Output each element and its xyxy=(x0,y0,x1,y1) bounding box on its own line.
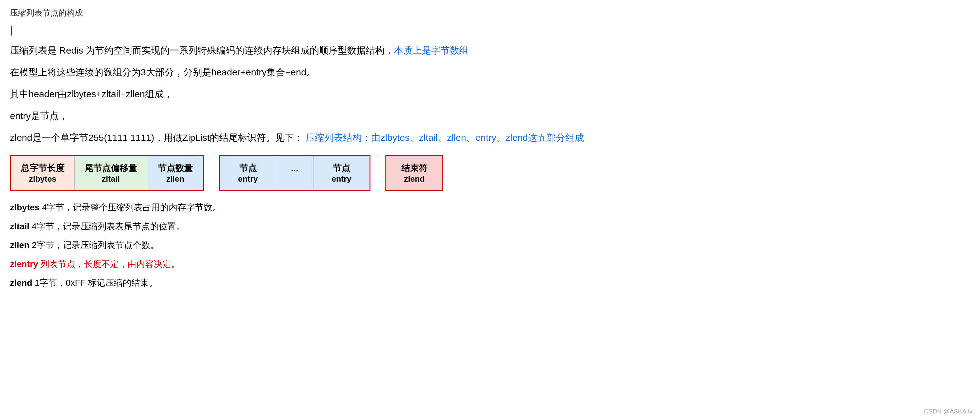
cell-entry1-zh: 节点 xyxy=(239,162,257,174)
desc-zltail-text: 4字节，记录压缩列表表尾节点的位置。 xyxy=(32,222,185,231)
cell-dots-zh: ... xyxy=(291,163,298,173)
cell-zlend: 结束符 zlend xyxy=(387,156,442,190)
cell-zltail-en: zltail xyxy=(102,174,120,184)
diagram-group-1: 总字节长度 zlbytes 尾节点偏移量 zltail 节点数量 zllen xyxy=(10,155,204,191)
desc-zlbytes-text: 4字节，记录整个压缩列表占用的内存字节数。 xyxy=(42,203,221,212)
diagram-gap-2 xyxy=(371,155,385,191)
cell-zllen-zh: 节点数量 xyxy=(158,162,193,174)
diagram-container: 总字节长度 zlbytes 尾节点偏移量 zltail 节点数量 zllen 节… xyxy=(10,155,970,191)
desc-zllen: zllen 2字节，记录压缩列表节点个数。 xyxy=(10,238,970,253)
cell-zltail: 尾节点偏移量 zltail xyxy=(75,156,147,190)
cell-entry1-en: entry xyxy=(238,174,258,184)
cell-entry-2: 节点 entry xyxy=(313,156,369,190)
desc-zlend-bold: zlend xyxy=(10,278,32,287)
desc-zltail-bold: zltail xyxy=(10,222,29,231)
p5-text: zlend是一个单字节255(1111 1111)，用做ZipList的结尾标识… xyxy=(10,133,303,143)
cell-entry-dots: ... xyxy=(276,156,313,190)
diagram-group-3: 结束符 zlend xyxy=(385,155,443,191)
diagram-group-2: 节点 entry ... 节点 entry xyxy=(219,155,371,191)
desc-zlentry: zlentry 列表节点，长度不定，由内容决定。 xyxy=(10,256,970,272)
desc-zlentry-text: 列表节点，长度不定，由内容决定。 xyxy=(40,259,180,269)
page-title: 压缩列表节点的构成 xyxy=(10,8,970,18)
cell-entry2-zh: 节点 xyxy=(333,162,350,174)
p1-text: 压缩列表是 Redis 为节约空间而实现的一系列特殊编码的连续内存块组成的顺序型… xyxy=(10,45,394,56)
cell-entry2-en: entry xyxy=(331,174,352,184)
p1-link[interactable]: 本质上是字节数组 xyxy=(394,45,469,56)
cell-zllen-en: zllen xyxy=(166,174,184,184)
cell-zlbytes-en: zlbytes xyxy=(29,174,56,184)
desc-zlend-text: 1字节，0xFF 标记压缩的结束。 xyxy=(35,278,158,287)
desc-zlbytes: zlbytes 4字节，记录整个压缩列表占用的内存字节数。 xyxy=(10,200,970,215)
paragraph-2: 在模型上将这些连续的数组分为3大部分，分别是header+entry集合+end… xyxy=(10,64,970,81)
desc-zltail: zltail 4字节，记录压缩列表表尾节点的位置。 xyxy=(10,219,970,234)
description-section: zlbytes 4字节，记录整个压缩列表占用的内存字节数。 zltail 4字节… xyxy=(10,200,970,291)
cell-zlend-zh: 结束符 xyxy=(401,162,428,174)
desc-zlbytes-bold: zlbytes xyxy=(10,203,40,212)
cell-zlbytes-zh: 总字节长度 xyxy=(21,162,64,174)
paragraph-1: 压缩列表是 Redis 为节约空间而实现的一系列特殊编码的连续内存块组成的顺序型… xyxy=(10,42,970,59)
cell-entry-1: 节点 entry xyxy=(220,156,276,190)
paragraph-4: entry是节点， xyxy=(10,107,970,124)
cell-zltail-zh: 尾节点偏移量 xyxy=(85,162,137,174)
cell-zlend-en: zlend xyxy=(404,174,425,184)
paragraph-5: zlend是一个单字节255(1111 1111)，用做ZipList的结尾标识… xyxy=(10,129,970,146)
desc-zllen-bold: zllen xyxy=(10,240,29,250)
desc-zllen-text: 2字节，记录压缩列表节点个数。 xyxy=(32,240,159,250)
cursor-line: | xyxy=(10,24,970,36)
paragraph-3: 其中header由zlbytes+zltail+zllen组成， xyxy=(10,86,970,102)
p5-link[interactable]: 压缩列表结构：由zlbytes、zltail、zllen、entry、zlend… xyxy=(306,133,584,143)
cell-dots-en xyxy=(294,173,296,183)
desc-zlentry-bold: zlentry xyxy=(10,259,38,269)
desc-zlend: zlend 1字节，0xFF 标记压缩的结束。 xyxy=(10,275,970,291)
diagram-gap-1 xyxy=(204,155,219,191)
cell-zlbytes: 总字节长度 zlbytes xyxy=(11,156,75,190)
cell-zllen: 节点数量 zllen xyxy=(147,156,203,190)
